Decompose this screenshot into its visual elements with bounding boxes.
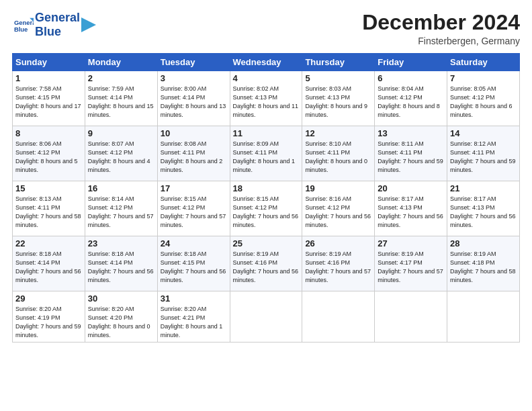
- weekday-header-tuesday: Tuesday: [157, 54, 230, 71]
- calendar-cell: 22Sunrise: 8:18 AMSunset: 4:14 PMDayligh…: [13, 236, 85, 291]
- calendar-cell: 5Sunrise: 8:03 AMSunset: 4:13 PMDaylight…: [302, 71, 375, 126]
- cell-info: Sunrise: 8:15 AMSunset: 4:12 PMDaylight:…: [233, 195, 300, 230]
- cell-info: Sunrise: 7:59 AMSunset: 4:14 PMDaylight:…: [88, 85, 154, 120]
- calendar-cell: 12Sunrise: 8:10 AMSunset: 4:11 PMDayligh…: [302, 126, 375, 181]
- cell-info: Sunrise: 8:18 AMSunset: 4:14 PMDaylight:…: [15, 250, 82, 285]
- cell-info: Sunrise: 8:19 AMSunset: 4:17 PMDaylight:…: [378, 250, 444, 285]
- calendar-cell: 29Sunrise: 8:20 AMSunset: 4:19 PMDayligh…: [13, 291, 85, 342]
- calendar-cell: 13Sunrise: 8:11 AMSunset: 4:11 PMDayligh…: [375, 126, 447, 181]
- logo-general: General: [35, 11, 80, 24]
- calendar-week-row: 29Sunrise: 8:20 AMSunset: 4:19 PMDayligh…: [13, 291, 520, 342]
- logo-icon: General Blue: [12, 14, 34, 36]
- day-number: 11: [233, 128, 300, 138]
- calendar-week-row: 22Sunrise: 8:18 AMSunset: 4:14 PMDayligh…: [13, 236, 520, 291]
- svg-text:General: General: [14, 19, 34, 26]
- calendar-cell: 21Sunrise: 8:17 AMSunset: 4:13 PMDayligh…: [447, 181, 520, 236]
- calendar-cell: 2Sunrise: 7:59 AMSunset: 4:14 PMDaylight…: [85, 71, 157, 126]
- logo-triangle-icon: [81, 17, 96, 32]
- calendar-cell: 3Sunrise: 8:00 AMSunset: 4:14 PMDaylight…: [157, 71, 230, 126]
- calendar-cell: 15Sunrise: 8:13 AMSunset: 4:11 PMDayligh…: [13, 181, 85, 236]
- day-number: 9: [88, 128, 154, 138]
- calendar-cell: 7Sunrise: 8:05 AMSunset: 4:12 PMDaylight…: [447, 71, 520, 126]
- cell-info: Sunrise: 8:20 AMSunset: 4:19 PMDaylight:…: [15, 305, 82, 340]
- day-number: 30: [88, 293, 154, 304]
- day-number: 21: [450, 183, 517, 193]
- cell-info: Sunrise: 8:17 AMSunset: 4:13 PMDaylight:…: [450, 195, 517, 230]
- cell-info: Sunrise: 8:20 AMSunset: 4:20 PMDaylight:…: [88, 305, 154, 340]
- calendar-cell: 24Sunrise: 8:18 AMSunset: 4:15 PMDayligh…: [157, 236, 230, 291]
- calendar-cell: 20Sunrise: 8:17 AMSunset: 4:13 PMDayligh…: [375, 181, 447, 236]
- calendar-cell: 27Sunrise: 8:19 AMSunset: 4:17 PMDayligh…: [375, 236, 447, 291]
- cell-info: Sunrise: 8:04 AMSunset: 4:12 PMDaylight:…: [378, 85, 444, 120]
- day-number: 26: [305, 238, 371, 248]
- cell-info: Sunrise: 8:07 AMSunset: 4:12 PMDaylight:…: [88, 140, 154, 175]
- cell-info: Sunrise: 8:17 AMSunset: 4:13 PMDaylight:…: [378, 195, 444, 230]
- calendar-table: SundayMondayTuesdayWednesdayThursdayFrid…: [12, 53, 520, 342]
- day-number: 24: [161, 238, 227, 248]
- location: Finsterbergen, Germany: [362, 36, 520, 46]
- calendar-week-row: 15Sunrise: 8:13 AMSunset: 4:11 PMDayligh…: [13, 181, 520, 236]
- svg-text:Blue: Blue: [14, 26, 28, 33]
- header: General Blue General Blue December 2024 …: [12, 11, 520, 46]
- calendar-cell: [447, 291, 520, 342]
- cell-info: Sunrise: 8:02 AMSunset: 4:13 PMDaylight:…: [233, 85, 300, 120]
- day-number: 25: [233, 238, 300, 248]
- cell-info: Sunrise: 8:03 AMSunset: 4:13 PMDaylight:…: [305, 85, 371, 120]
- cell-info: Sunrise: 8:06 AMSunset: 4:12 PMDaylight:…: [15, 140, 82, 175]
- calendar-cell: 17Sunrise: 8:15 AMSunset: 4:12 PMDayligh…: [157, 181, 230, 236]
- calendar-cell: 8Sunrise: 8:06 AMSunset: 4:12 PMDaylight…: [13, 126, 85, 181]
- calendar-cell: 16Sunrise: 8:14 AMSunset: 4:12 PMDayligh…: [85, 181, 157, 236]
- day-number: 23: [88, 238, 154, 248]
- calendar-cell: 10Sunrise: 8:08 AMSunset: 4:11 PMDayligh…: [157, 126, 230, 181]
- cell-info: Sunrise: 8:11 AMSunset: 4:11 PMDaylight:…: [378, 140, 444, 175]
- cell-info: Sunrise: 8:20 AMSunset: 4:21 PMDaylight:…: [161, 305, 227, 340]
- month-title: December 2024: [362, 11, 520, 34]
- weekday-header-wednesday: Wednesday: [230, 54, 302, 71]
- day-number: 15: [15, 183, 82, 193]
- calendar-week-row: 1Sunrise: 7:58 AMSunset: 4:15 PMDaylight…: [13, 71, 520, 126]
- calendar-cell: 4Sunrise: 8:02 AMSunset: 4:13 PMDaylight…: [230, 71, 302, 126]
- logo-blue: Blue: [35, 25, 61, 38]
- weekday-header-sunday: Sunday: [13, 54, 85, 71]
- calendar-cell: 9Sunrise: 8:07 AMSunset: 4:12 PMDaylight…: [85, 126, 157, 181]
- cell-info: Sunrise: 8:19 AMSunset: 4:16 PMDaylight:…: [305, 250, 371, 285]
- weekday-header-thursday: Thursday: [302, 54, 375, 71]
- cell-info: Sunrise: 8:08 AMSunset: 4:11 PMDaylight:…: [161, 140, 227, 175]
- cell-info: Sunrise: 8:05 AMSunset: 4:12 PMDaylight:…: [450, 85, 517, 120]
- day-number: 8: [15, 128, 82, 138]
- svg-marker-4: [81, 17, 96, 32]
- calendar-cell: 23Sunrise: 8:18 AMSunset: 4:14 PMDayligh…: [85, 236, 157, 291]
- day-number: 5: [305, 73, 371, 83]
- cell-info: Sunrise: 8:12 AMSunset: 4:11 PMDaylight:…: [450, 140, 517, 175]
- calendar-cell: [375, 291, 447, 342]
- calendar-cell: 11Sunrise: 8:09 AMSunset: 4:11 PMDayligh…: [230, 126, 302, 181]
- weekday-header-friday: Friday: [375, 54, 447, 71]
- calendar-cell: 1Sunrise: 7:58 AMSunset: 4:15 PMDaylight…: [13, 71, 85, 126]
- cell-info: Sunrise: 8:10 AMSunset: 4:11 PMDaylight:…: [305, 140, 371, 175]
- day-number: 12: [305, 128, 371, 138]
- page: General Blue General Blue December 2024 …: [0, 0, 532, 411]
- day-number: 4: [233, 73, 300, 83]
- day-number: 14: [450, 128, 517, 138]
- title-block: December 2024 Finsterbergen, Germany: [362, 11, 520, 46]
- day-number: 10: [161, 128, 227, 138]
- cell-info: Sunrise: 8:16 AMSunset: 4:12 PMDaylight:…: [305, 195, 371, 230]
- calendar-cell: 19Sunrise: 8:16 AMSunset: 4:12 PMDayligh…: [302, 181, 375, 236]
- day-number: 20: [378, 183, 444, 193]
- cell-info: Sunrise: 8:15 AMSunset: 4:12 PMDaylight:…: [161, 195, 227, 230]
- day-number: 31: [161, 293, 227, 304]
- cell-info: Sunrise: 8:09 AMSunset: 4:11 PMDaylight:…: [233, 140, 300, 175]
- day-number: 22: [15, 238, 82, 248]
- cell-info: Sunrise: 8:18 AMSunset: 4:15 PMDaylight:…: [161, 250, 227, 285]
- calendar-header-row: SundayMondayTuesdayWednesdayThursdayFrid…: [13, 54, 520, 71]
- cell-info: Sunrise: 7:58 AMSunset: 4:15 PMDaylight:…: [15, 85, 82, 120]
- cell-info: Sunrise: 8:19 AMSunset: 4:18 PMDaylight:…: [450, 250, 517, 285]
- calendar-cell: 6Sunrise: 8:04 AMSunset: 4:12 PMDaylight…: [375, 71, 447, 126]
- day-number: 16: [88, 183, 154, 193]
- calendar-cell: 14Sunrise: 8:12 AMSunset: 4:11 PMDayligh…: [447, 126, 520, 181]
- cell-info: Sunrise: 8:18 AMSunset: 4:14 PMDaylight:…: [88, 250, 154, 285]
- calendar-cell: [230, 291, 302, 342]
- day-number: 2: [88, 73, 154, 83]
- day-number: 29: [15, 293, 82, 304]
- day-number: 6: [378, 73, 444, 83]
